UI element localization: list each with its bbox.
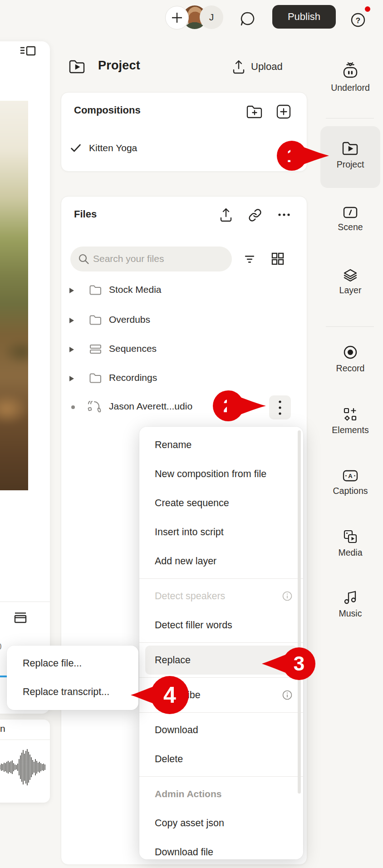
sidebar-item-underlord[interactable]: Underlord	[318, 62, 383, 93]
svg-text:?: ?	[356, 16, 360, 25]
background-divider	[0, 602, 50, 602]
collaborator-avatar[interactable]: J	[200, 5, 223, 29]
menu-divider	[139, 578, 303, 579]
question-mark-icon: ?	[350, 12, 366, 28]
menu-item-rename[interactable]: Rename	[139, 430, 303, 459]
menu-item-delete[interactable]: Delete	[139, 745, 303, 774]
compositions-card: Compositions Kitten Yoga	[61, 92, 307, 172]
new-folder-button[interactable]	[246, 104, 263, 121]
filter-icon	[244, 253, 255, 265]
project-folder-icon	[69, 59, 85, 76]
check-icon	[70, 143, 81, 153]
scene-icon	[343, 207, 358, 218]
tree-row-overdubs[interactable]: Overdubs	[61, 308, 307, 332]
publish-button[interactable]: Publish	[272, 5, 336, 29]
background-card-divider	[0, 740, 50, 740]
tree-row-sequences[interactable]: Sequences	[61, 337, 307, 361]
app-screen: 0 n J Publish ? Project U	[0, 0, 383, 868]
grid-icon	[271, 252, 285, 266]
file-context-menu: Rename New composition from file Create …	[139, 427, 303, 859]
files-more-button[interactable]	[277, 210, 291, 221]
caret-right-icon[interactable]	[69, 318, 74, 323]
search-icon	[78, 253, 89, 265]
transcript-audio-icon	[87, 399, 103, 414]
search-input[interactable]	[92, 249, 224, 268]
filter-button[interactable]	[244, 253, 255, 267]
files-header: Files	[74, 208, 97, 220]
info-icon	[282, 591, 292, 601]
background-waveform-card: n	[0, 720, 50, 803]
sequence-icon	[89, 344, 102, 354]
menu-section-admin-actions: Admin Actions	[139, 779, 303, 809]
caret-right-icon[interactable]	[69, 288, 74, 293]
folder-icon	[89, 373, 102, 383]
annotation-step-1: 1	[277, 141, 307, 171]
file-options-button[interactable]	[269, 395, 291, 419]
files-upload-button[interactable]	[220, 207, 232, 224]
sidebar-divider	[326, 326, 374, 327]
menu-item-new-composition-from-file[interactable]: New composition from file	[139, 459, 303, 488]
composition-label: Kitten Yoga	[89, 143, 137, 153]
elements-icon	[344, 408, 357, 421]
folder-icon	[89, 315, 102, 325]
search-bar[interactable]	[70, 247, 232, 271]
music-icon	[344, 589, 357, 605]
upload-icon	[220, 207, 232, 222]
layers-icon	[343, 269, 358, 281]
replace-submenu: Replace file... Replace transcript...	[7, 646, 138, 710]
sidebar-item-music[interactable]: Music	[318, 589, 383, 619]
project-folder-icon	[342, 141, 358, 156]
copy-link-button[interactable]	[248, 208, 262, 224]
tree-row-recordings[interactable]: Recordings	[61, 366, 307, 390]
chat-bubble-icon	[240, 11, 256, 27]
info-icon	[282, 690, 292, 700]
sidebar-item-layer[interactable]: Layer	[318, 269, 383, 296]
annotation-step-3: 3	[283, 647, 315, 680]
annotation-step-4: 4	[151, 676, 189, 714]
menu-item-add-new-layer[interactable]: Add new layer	[139, 547, 303, 576]
folder-plus-icon	[246, 104, 263, 119]
sidebar-item-media[interactable]: Media	[318, 529, 383, 558]
submenu-item-replace-file[interactable]: Replace file...	[7, 649, 138, 678]
annotation-step-2: 2	[213, 390, 244, 421]
record-icon	[343, 345, 358, 360]
menu-item-create-sequence[interactable]: Create sequence	[139, 488, 303, 518]
menu-item-copy-asset-json[interactable]: Copy asset json	[139, 809, 303, 838]
help-button[interactable]: ?	[350, 12, 366, 28]
caret-right-icon[interactable]	[69, 376, 74, 381]
menu-item-download-file[interactable]: Download file	[139, 838, 303, 859]
background-timecode: 0	[0, 641, 2, 652]
new-composition-button[interactable]	[276, 104, 291, 121]
plus-icon	[171, 12, 183, 24]
arrow-tail-right	[227, 393, 266, 419]
panel-toggle-icon[interactable]	[20, 45, 36, 57]
comments-button[interactable]	[240, 11, 256, 27]
notification-dot	[363, 5, 372, 13]
tree-row-stock-media[interactable]: Stock Media	[61, 278, 307, 302]
menu-scrollbar-thumb[interactable]	[298, 430, 301, 794]
grid-view-button[interactable]	[271, 252, 285, 267]
sidebar-item-scene[interactable]: Scene	[318, 207, 383, 232]
sidebar-item-elements[interactable]: Elements	[318, 408, 383, 435]
submenu-item-replace-transcript[interactable]: Replace transcript...	[7, 678, 138, 706]
menu-item-download[interactable]: Download	[139, 715, 303, 745]
composition-row[interactable]: Kitten Yoga	[61, 136, 307, 161]
menu-item-insert-into-script[interactable]: Insert into script	[139, 518, 303, 547]
sidebar-item-captions[interactable]: A Captions	[318, 469, 383, 496]
sidebar-divider	[326, 118, 374, 118]
menu-item-detect-filler-words[interactable]: Detect filler words	[139, 611, 303, 640]
plus-square-icon	[276, 104, 291, 119]
kebab-icon	[278, 400, 282, 415]
video-thumbnail-image	[0, 101, 28, 490]
bullet-icon	[71, 405, 75, 409]
caret-right-icon[interactable]	[69, 347, 74, 352]
upload-button[interactable]: Upload	[232, 58, 283, 75]
robot-icon	[342, 62, 358, 79]
upload-icon	[232, 59, 245, 74]
ellipsis-icon	[277, 210, 291, 219]
menu-divider	[139, 642, 303, 643]
sidebar-item-record[interactable]: Record	[318, 345, 383, 374]
invite-plus-button[interactable]	[165, 6, 189, 30]
panel-title: Project	[98, 59, 140, 73]
folder-icon	[89, 285, 102, 295]
